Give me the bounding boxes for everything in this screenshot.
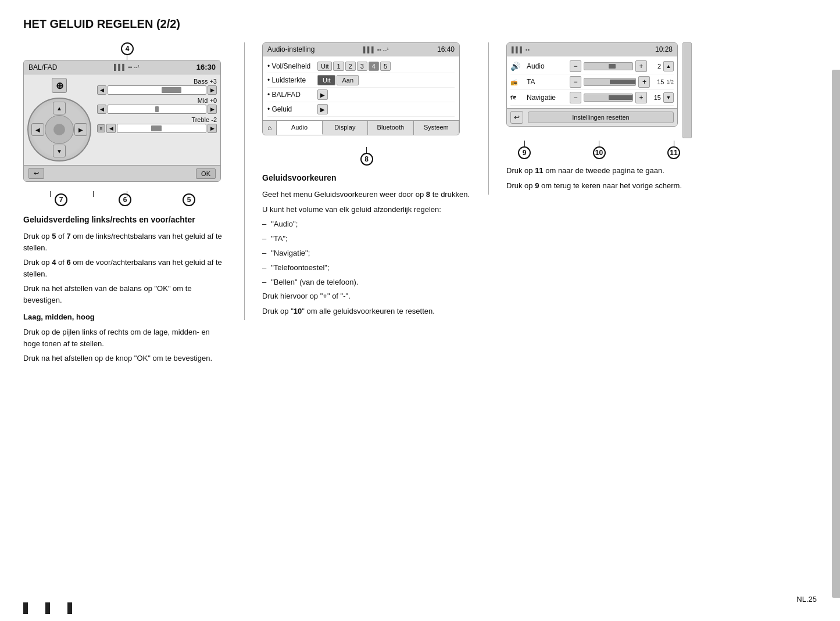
col2-text1: Geef het menu Geluidsvoorkeuren weer doo… <box>262 189 471 200</box>
ta-sub: 1/2 <box>666 79 674 85</box>
nav-slider <box>584 94 633 102</box>
vol-5[interactable]: 5 <box>380 62 391 71</box>
callout-10: 10 <box>593 146 606 159</box>
callout-4: 4 <box>121 42 134 55</box>
nav-minus[interactable]: − <box>570 92 581 103</box>
vol-1[interactable]: 1 <box>333 62 344 71</box>
nav-row-label: Navigatie <box>527 94 567 102</box>
luidsterkte-uit[interactable]: Uit <box>317 75 335 85</box>
back-btn-s3[interactable]: ↩ <box>510 111 523 124</box>
section1-text2: Druk op 4 of 6 om de voor/achterbalans v… <box>23 257 227 279</box>
vol-2[interactable]: 2 <box>345 62 356 71</box>
right-strip <box>682 42 692 138</box>
ta-slider <box>584 78 636 86</box>
callout-11: 11 <box>667 146 680 159</box>
footer-home[interactable]: ⌂ <box>263 121 277 135</box>
luidsterkte-label: • Luidsterkte <box>267 76 314 84</box>
section1-text3: Druk na het afstellen van de balans op "… <box>23 283 227 306</box>
bass-left[interactable]: ◀ <box>97 85 106 95</box>
luidsterkte-aan[interactable]: Aan <box>337 75 359 85</box>
audio-instelling-label: Audio-instelling <box>267 45 314 53</box>
bass-right[interactable]: ▶ <box>208 85 217 95</box>
reset-btn[interactable]: Instellingen resetten <box>528 112 674 123</box>
nav-plus[interactable]: + <box>635 92 647 103</box>
col3-text2: Druk op 9 om terug te keren naar het vor… <box>506 180 692 192</box>
mid-label: Mid +0 <box>97 97 217 104</box>
mid-track <box>108 105 206 114</box>
bass-label: Bass +3 <box>97 78 217 85</box>
ta-value: 15 <box>652 78 664 85</box>
pad-down[interactable]: ▼ <box>53 145 66 157</box>
ok-button[interactable]: OK <box>196 168 216 179</box>
audio-slider <box>584 62 633 70</box>
screen3-time: 10:28 <box>655 45 673 53</box>
callout-8: 8 <box>360 153 373 166</box>
screen2-signal: ▌▌▌ ▪▪ --¹ <box>363 46 389 53</box>
screen1-time: 16:30 <box>196 63 216 71</box>
list-item-audio: –"Audio"; <box>262 218 471 231</box>
page-number: NL.25 <box>796 595 817 604</box>
vol-4[interactable]: 4 <box>369 62 379 71</box>
callout-6: 6 <box>119 193 131 206</box>
vol-snelheid-label: • Vol/Snelheid <box>267 62 314 70</box>
screen2: Audio-instelling ▌▌▌ ▪▪ --¹ 16:40 • Vol/… <box>262 42 460 135</box>
callout-9: 9 <box>518 146 531 159</box>
section2-title: Laag, midden, hoog <box>23 311 227 324</box>
tab-display[interactable]: Display <box>323 121 368 135</box>
nav-icon: 🗺 <box>510 95 524 101</box>
treble-right[interactable]: ▶ <box>208 124 217 133</box>
bottom-marks <box>23 602 72 614</box>
list-item-ta: –"TA"; <box>262 233 471 245</box>
pad-up[interactable]: ▲ <box>53 102 66 114</box>
tab-systeem[interactable]: Systeem <box>414 121 459 135</box>
col2-text3: Druk hiervoor op "+" of "-". <box>262 290 471 302</box>
pad-right[interactable]: ▶ <box>74 123 87 136</box>
balfad-menu-label: • BAL/FAD <box>267 91 314 99</box>
nav-value: 15 <box>649 94 661 101</box>
audio-value: 2 <box>649 63 661 70</box>
ta-plus[interactable]: + <box>638 76 650 88</box>
treble-label: Treble -2 <box>97 116 217 123</box>
ta-row-label: TA <box>527 78 567 86</box>
screen2-time: 16:40 <box>437 45 455 53</box>
tab-audio[interactable]: Audio <box>277 121 322 135</box>
signal-icons: ▌▌▌ ▪▪ --¹ <box>114 64 140 70</box>
callout-7: 7 <box>55 193 67 206</box>
pad-left[interactable]: ◀ <box>31 123 44 136</box>
audio-plus[interactable]: + <box>635 60 647 72</box>
col2-text2: U kunt het volume van elk geluid afzonde… <box>262 204 471 216</box>
col2-text4: Druk op "10" om alle geluidsvoorkeuren t… <box>262 306 471 317</box>
vol-uit[interactable]: Uit <box>317 62 332 71</box>
ta-icon: 📻 <box>510 79 524 85</box>
circular-pad: ▲ ▼ ◀ ▶ <box>27 98 91 161</box>
balfad-arrow[interactable]: ▶ <box>317 89 328 100</box>
geluidsvoorkeuren-title: Geluidsvoorkeuren <box>262 171 471 184</box>
list-item-bellen: –"Bellen" (van de telefoon). <box>262 277 471 289</box>
vol-3[interactable]: 3 <box>357 62 367 71</box>
section2-text1: Druk op de pijlen links of rechts om de … <box>23 326 227 349</box>
audio-minus[interactable]: − <box>570 60 581 72</box>
back-button-s1[interactable]: ↩ <box>28 168 44 179</box>
col3-text1: Druk op 11 om naar de tweede pagina te g… <box>506 165 692 177</box>
treble-track <box>117 124 206 133</box>
bass-track <box>108 85 206 95</box>
plus-button[interactable]: ⊕ <box>52 78 67 93</box>
treble-left[interactable]: ◀ <box>106 124 116 133</box>
mid-right[interactable]: ▶ <box>208 105 217 114</box>
eq-icon: ≡ <box>97 124 105 132</box>
list-item-nav: –"Navigatie"; <box>262 247 471 260</box>
section1-title: Geluidsverdeling links/rechts en voor/ac… <box>23 213 227 226</box>
balfad-label: BAL/FAD <box>28 63 57 71</box>
ta-minus[interactable]: − <box>570 76 581 88</box>
tab-bluetooth[interactable]: Bluetooth <box>368 121 413 135</box>
section1-text1: Druk op 5 of 7 om de links/rechtsbalans … <box>23 231 227 253</box>
mid-left[interactable]: ◀ <box>97 105 106 114</box>
section2-text2: Druk na het afstellen op de knop "OK" om… <box>23 353 227 364</box>
vol-buttons: Uit 1 2 3 4 5 <box>317 62 391 71</box>
audio-page-up[interactable]: ▲ <box>663 61 674 71</box>
callout-5: 5 <box>183 193 195 206</box>
geluid-arrow[interactable]: ▶ <box>317 104 328 114</box>
page-title: HET GELUID REGELEN (2/2) <box>23 17 817 31</box>
nav-page-down[interactable]: ▼ <box>663 92 674 103</box>
side-bar <box>832 70 840 598</box>
